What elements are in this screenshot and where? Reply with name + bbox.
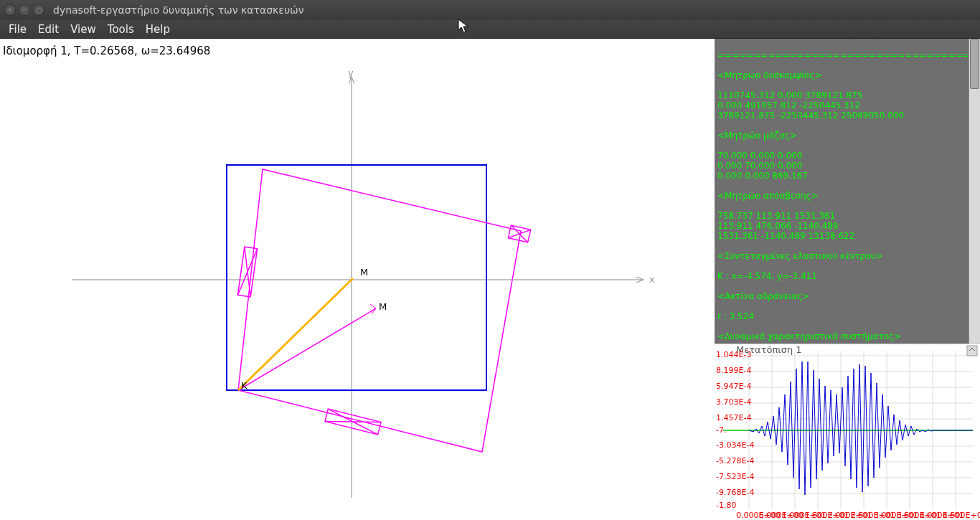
structure-plot: x y	[0, 39, 715, 520]
svg-text:5.947E-4: 5.947E-4	[716, 382, 751, 391]
svg-line-12	[325, 409, 381, 435]
log-text: ========================================…	[717, 40, 967, 344]
window-titlebar: ✕ ─ ▢ dynasoft-εργαστήριο δυναμικής των …	[0, 0, 980, 20]
x-axis-label: x	[649, 274, 655, 285]
chart-title: Μετατόπιση 1	[736, 344, 802, 355]
svg-line-14	[370, 304, 376, 308]
y-axis-label: y	[348, 67, 354, 78]
label-k: K	[241, 380, 248, 391]
window-controls: ✕ ─ ▢	[4, 4, 44, 16]
label-m-original: M	[360, 267, 368, 278]
menu-bar: File Edit View Tools Help	[0, 20, 980, 39]
minimize-icon[interactable]: ─	[19, 4, 30, 16]
svg-text:-3.034E-4: -3.034E-4	[716, 440, 754, 450]
output-log[interactable]: ========================================…	[715, 39, 980, 344]
drawing-canvas[interactable]: Ιδιομορφή 1, T=0.26568, ω=23.64968 x y	[0, 39, 715, 520]
menu-help[interactable]: Help	[140, 22, 176, 37]
maximize-icon[interactable]: ▢	[33, 4, 44, 16]
svg-rect-2	[227, 165, 486, 390]
svg-text:1.457E-4: 1.457E-4	[716, 413, 751, 422]
svg-text:-7.523E-4: -7.523E-4	[716, 472, 754, 481]
svg-rect-59	[967, 346, 977, 356]
svg-line-16	[238, 278, 353, 390]
svg-text:3.703E-4: 3.703E-4	[716, 397, 751, 407]
svg-text:-1.80: -1.80	[716, 501, 736, 510]
close-icon[interactable]: ✕	[4, 4, 16, 16]
chart-hscroll[interactable]	[967, 346, 977, 356]
menu-file[interactable]: File	[3, 22, 32, 37]
log-scrollbar[interactable]	[969, 39, 980, 344]
window-title: dynasoft-εργαστήριο δυναμικής των κατασκ…	[53, 4, 304, 16]
svg-text:8.199E-4: 8.199E-4	[716, 366, 751, 375]
svg-text:-9.768E-4: -9.768E-4	[716, 488, 754, 497]
svg-text:4.500E+01: 4.500E+01	[943, 511, 980, 520]
menu-edit[interactable]: Edit	[32, 22, 65, 37]
svg-text:-5.278E-4: -5.278E-4	[716, 456, 754, 465]
svg-line-13	[238, 308, 376, 390]
label-m-deformed: M	[379, 301, 387, 312]
svg-text:-7.: -7.	[716, 425, 726, 435]
menu-tools[interactable]: Tools	[102, 22, 140, 37]
response-chart[interactable]: 1.044E-3 8.199E-4 5.947E-4 3.703E-4 1.45…	[715, 344, 980, 520]
scrollbar-thumb[interactable]	[970, 39, 979, 89]
mode-info-label: Ιδιομορφή 1, T=0.26568, ω=23.64968	[3, 44, 210, 57]
menu-view[interactable]: View	[65, 22, 102, 37]
